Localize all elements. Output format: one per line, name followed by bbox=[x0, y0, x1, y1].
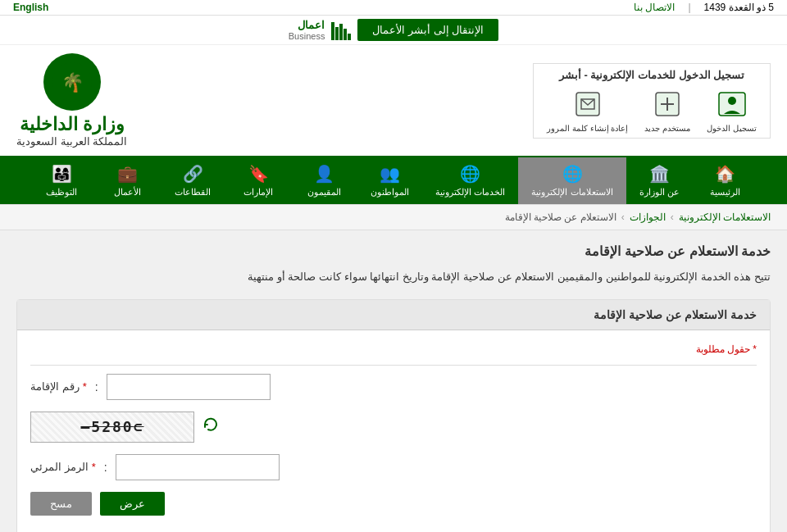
content-area: خدمة الاستعلام عن صلاحية الإقامة تتيح هذ… bbox=[0, 230, 787, 532]
nav-bar: 🏠 الرئيسية 🏛️ عن الوزارة 🌐 الاستعلامات ا… bbox=[0, 157, 787, 205]
captcha-row: ⊃5280— bbox=[30, 412, 757, 443]
sectors-icon: 🔗 bbox=[183, 164, 203, 184]
nav-label-home: الرئيسية bbox=[710, 187, 740, 198]
captcha-input-row: : * الرمز المرئي bbox=[30, 454, 757, 480]
nav-label-ministry: عن الوزارة bbox=[639, 187, 680, 198]
nav-item-sectors[interactable]: 🔗 القطاعات bbox=[160, 157, 225, 204]
separator bbox=[30, 365, 757, 366]
emirates-icon: 🔖 bbox=[248, 164, 269, 184]
login-title: تسجيل الدخول للخدمات الإلكترونية - أبشر bbox=[559, 69, 744, 81]
employment-icon: 👨‍👩‍👧 bbox=[52, 164, 72, 184]
nav-label-citizens: المواطنون bbox=[371, 187, 409, 198]
required-note: * حقول مطلوبة bbox=[30, 343, 757, 355]
ministry-icon: 🏛️ bbox=[649, 164, 670, 184]
captcha-label: * الرمز المرئي bbox=[30, 461, 96, 473]
login-icon-0-img bbox=[716, 88, 748, 120]
login-icons: تسجيل الدخول مستخدم جديد bbox=[547, 88, 757, 133]
business-btn[interactable]: الإنتقال إلى أبشر الأعمال bbox=[357, 19, 498, 41]
emaal-text: اعمال bbox=[298, 19, 325, 31]
nav-item-employment[interactable]: 👨‍👩‍👧 التوظيف bbox=[29, 157, 94, 204]
login-icon-0-label: تسجيل الدخول bbox=[707, 124, 757, 133]
ministry-sub: المملكة العربية السعودية bbox=[16, 135, 127, 148]
top-bar: 5 ذو القعدة 1439 | الاتصال بنا English bbox=[0, 0, 787, 16]
contact-link[interactable]: الاتصال بنا bbox=[634, 2, 675, 13]
captcha-colon: : bbox=[104, 461, 107, 474]
captcha-text: ⊃5280— bbox=[80, 418, 143, 435]
login-icon-1[interactable]: مستخدم جديد bbox=[644, 88, 690, 133]
nav-item-eservices[interactable]: 🌐 الخدمات الإلكترونية bbox=[422, 157, 518, 204]
nav-label-emirates: الإمارات bbox=[243, 187, 273, 198]
form-card: خدمة الاستعلام عن صلاحية الإقامة * حقول … bbox=[16, 299, 771, 532]
nav-item-citizens[interactable]: 👥 المواطنون bbox=[357, 157, 422, 204]
inquiries-icon: 🌐 bbox=[562, 164, 583, 184]
iqama-row: : * رقم الإقامة bbox=[30, 374, 757, 400]
iqama-colon: : bbox=[95, 380, 98, 393]
login-icon-2[interactable]: إعادة إنشاء كلمة المرور bbox=[547, 88, 628, 133]
breadcrumb: الاستعلامات الإلكترونية › الجوازات › الا… bbox=[0, 205, 787, 230]
english-link[interactable]: English bbox=[13, 2, 48, 13]
bar-chart-icon bbox=[331, 20, 351, 40]
nav-item-ministry[interactable]: 🏛️ عن الوزارة bbox=[626, 157, 693, 204]
business-text: Business bbox=[289, 31, 325, 41]
breadcrumb-inquiries[interactable]: الاستعلامات الإلكترونية bbox=[679, 211, 771, 223]
nav-item-inquiries[interactable]: 🌐 الاستعلامات الإلكترونية bbox=[518, 157, 626, 204]
nav-label-sectors: القطاعات bbox=[175, 187, 211, 198]
svg-text:🌴: 🌴 bbox=[61, 71, 84, 93]
form-card-header: خدمة الاستعلام عن صلاحية الإقامة bbox=[17, 300, 770, 330]
ministry-name: وزارة الداخلية bbox=[20, 114, 125, 135]
login-icon-1-label: مستخدم جديد bbox=[644, 124, 690, 133]
form-buttons: عرض مسح bbox=[30, 492, 757, 516]
iqama-input[interactable] bbox=[107, 374, 271, 400]
ministry-logo-img: 🌴 bbox=[43, 53, 101, 111]
nav-label-eservices: الخدمات الإلكترونية bbox=[435, 187, 505, 198]
citizens-icon: 👥 bbox=[380, 164, 400, 184]
login-icon-2-img bbox=[571, 88, 604, 120]
clear-btn[interactable]: مسح bbox=[30, 492, 92, 516]
login-section: تسجيل الدخول للخدمات الإلكترونية - أبشر … bbox=[533, 63, 771, 139]
form-card-body: * حقول مطلوبة : * رقم الإقامة bbox=[17, 330, 770, 529]
nav-label-business: الأعمال bbox=[114, 187, 141, 198]
display-btn[interactable]: عرض bbox=[100, 492, 165, 516]
nav-label-inquiries: الاستعلامات الإلكترونية bbox=[531, 187, 612, 198]
nav-item-emirates[interactable]: 🔖 الإمارات bbox=[225, 157, 291, 204]
breadcrumb-current: الاستعلام عن صلاحية الإقامة bbox=[505, 211, 616, 223]
page-description: تتيح هذه الخدمة الإلكترونية للمواطنين وا… bbox=[16, 269, 771, 286]
home-icon: 🏠 bbox=[715, 164, 735, 184]
breadcrumb-passports[interactable]: الجوازات bbox=[630, 211, 666, 223]
login-icon-2-label: إعادة إنشاء كلمة المرور bbox=[547, 124, 628, 133]
nav-label-residents: المقيمون bbox=[307, 187, 341, 198]
business-logo: اعمال Business bbox=[289, 19, 352, 41]
nav-item-home[interactable]: 🏠 الرئيسية bbox=[693, 157, 758, 204]
breadcrumb-sep-2: › bbox=[621, 211, 625, 223]
captcha-input[interactable] bbox=[116, 454, 280, 480]
refresh-captcha-btn[interactable] bbox=[202, 416, 219, 437]
nav-item-business[interactable]: 💼 الأعمال bbox=[94, 157, 160, 204]
eservices-icon: 🌐 bbox=[460, 164, 480, 184]
svg-rect-5 bbox=[576, 93, 599, 116]
svg-point-1 bbox=[728, 97, 736, 105]
ministry-logo-area: 🌴 وزارة الداخلية المملكة العربية السعودي… bbox=[16, 53, 127, 148]
date-label: 5 ذو القعدة 1439 bbox=[704, 2, 774, 13]
iqama-required-star: * bbox=[83, 380, 87, 393]
residents-icon: 👤 bbox=[314, 164, 334, 184]
login-icon-0[interactable]: تسجيل الدخول bbox=[707, 88, 757, 133]
business-nav-icon: 💼 bbox=[117, 164, 138, 184]
header: تسجيل الدخول للخدمات الإلكترونية - أبشر … bbox=[0, 45, 787, 157]
login-icon-1-img bbox=[651, 88, 684, 120]
business-banner: الإنتقال إلى أبشر الأعمال اعمال Business bbox=[0, 16, 787, 45]
page-title: خدمة الاستعلام عن صلاحية الإقامة bbox=[16, 243, 771, 259]
iqama-label: * رقم الإقامة bbox=[30, 380, 87, 393]
nav-item-residents[interactable]: 👤 المقيمون bbox=[291, 157, 357, 204]
captcha-required-star: * bbox=[92, 461, 96, 473]
captcha-image: ⊃5280— bbox=[30, 412, 194, 443]
nav-label-employment: التوظيف bbox=[46, 187, 77, 198]
breadcrumb-sep-1: › bbox=[671, 211, 674, 223]
